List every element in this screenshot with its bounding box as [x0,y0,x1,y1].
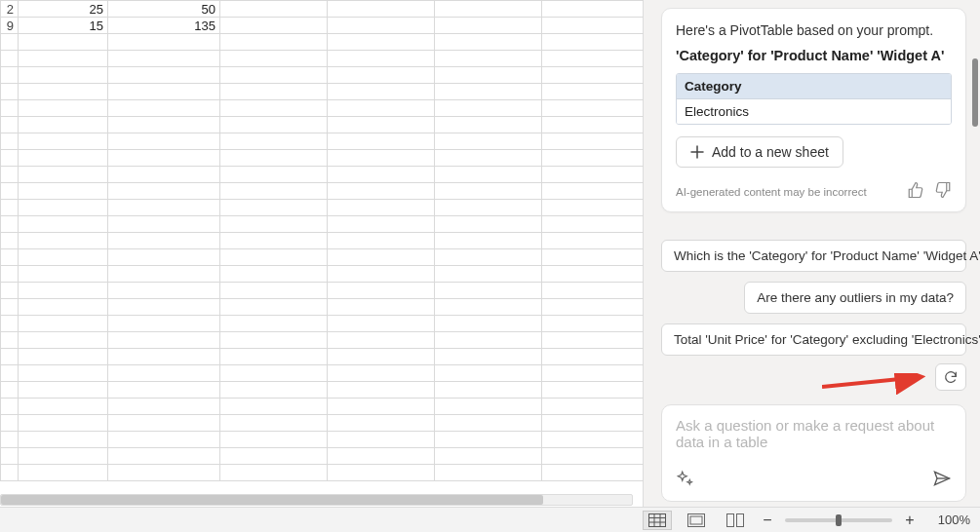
cell[interactable] [542,216,645,233]
cell[interactable] [19,266,108,283]
cell[interactable] [328,18,435,34]
cell[interactable] [435,18,542,34]
cell[interactable] [435,150,542,167]
cell[interactable] [19,84,108,100]
cell[interactable] [542,432,645,448]
row-header[interactable] [1,415,19,432]
cell[interactable] [220,465,328,481]
grid-row[interactable] [1,216,645,233]
cell[interactable] [108,200,220,216]
cell[interactable] [108,415,220,432]
spreadsheet-area[interactable]: 22550915135 [0,0,644,507]
thumbs-up-icon[interactable] [907,181,924,202]
cell[interactable] [328,216,435,233]
cell[interactable]: 25 [19,1,108,18]
cell[interactable] [220,133,328,150]
row-header[interactable] [1,249,19,266]
cell[interactable] [435,67,542,84]
cell[interactable] [435,133,542,150]
cell[interactable] [542,382,645,399]
grid-row[interactable] [1,51,645,67]
cell[interactable] [542,167,645,183]
cell[interactable] [108,365,220,382]
cell[interactable] [108,332,220,349]
cell[interactable] [542,399,645,415]
cell[interactable] [108,150,220,167]
cell[interactable] [435,432,542,448]
panel-scrollbar[interactable] [970,0,978,507]
cell[interactable]: 50 [108,1,220,18]
cell[interactable] [435,249,542,266]
cell[interactable] [220,167,328,183]
cell[interactable] [328,448,435,465]
cell[interactable] [19,465,108,481]
cell[interactable] [19,51,108,67]
row-header[interactable] [1,183,19,200]
row-header[interactable] [1,167,19,183]
zoom-slider[interactable] [785,518,892,522]
row-header[interactable] [1,332,19,349]
cell[interactable] [19,34,108,51]
cell[interactable] [220,399,328,415]
cell[interactable] [328,349,435,365]
prompt-input[interactable] [676,417,952,450]
cell[interactable] [435,183,542,200]
cell[interactable] [328,150,435,167]
cell[interactable] [220,283,328,299]
cell[interactable] [435,84,542,100]
cell[interactable] [108,399,220,415]
grid-row[interactable] [1,399,645,415]
cell[interactable] [19,183,108,200]
cell[interactable] [220,67,328,84]
cell[interactable] [108,84,220,100]
cell[interactable] [328,415,435,432]
cell[interactable] [328,399,435,415]
row-header[interactable]: 2 [1,1,19,18]
cell[interactable] [220,183,328,200]
cell[interactable] [108,133,220,150]
cell[interactable] [542,249,645,266]
grid-row[interactable] [1,349,645,365]
row-header[interactable] [1,283,19,299]
view-page-break-button[interactable] [721,511,750,530]
row-header[interactable] [1,133,19,150]
cell[interactable] [435,266,542,283]
cell[interactable] [328,266,435,283]
cell[interactable] [542,332,645,349]
row-header[interactable] [1,51,19,67]
row-header[interactable] [1,316,19,332]
cell[interactable] [435,332,542,349]
spreadsheet-grid[interactable]: 22550915135 [0,0,645,481]
cell[interactable] [108,349,220,365]
cell[interactable] [19,150,108,167]
row-header[interactable] [1,117,19,133]
grid-row[interactable] [1,382,645,399]
cell[interactable] [19,432,108,448]
cell[interactable] [108,316,220,332]
cell[interactable] [542,415,645,432]
cell[interactable]: 135 [108,18,220,34]
vertical-scrollbar[interactable] [633,0,643,493]
cell[interactable] [328,465,435,481]
cell[interactable] [19,365,108,382]
cell[interactable] [435,399,542,415]
cell[interactable] [328,133,435,150]
cell[interactable] [542,266,645,283]
cell[interactable] [220,299,328,316]
row-header[interactable] [1,266,19,283]
row-header[interactable] [1,216,19,233]
grid-row[interactable]: 915135 [1,18,645,34]
cell[interactable] [435,216,542,233]
cell[interactable] [108,100,220,117]
cell[interactable] [19,349,108,365]
grid-row[interactable] [1,415,645,432]
cell[interactable] [435,316,542,332]
cell[interactable] [220,84,328,100]
cell[interactable] [108,266,220,283]
row-header[interactable] [1,233,19,249]
row-header[interactable] [1,150,19,167]
row-header[interactable] [1,382,19,399]
cell[interactable] [328,382,435,399]
cell[interactable] [19,216,108,233]
cell[interactable] [108,216,220,233]
